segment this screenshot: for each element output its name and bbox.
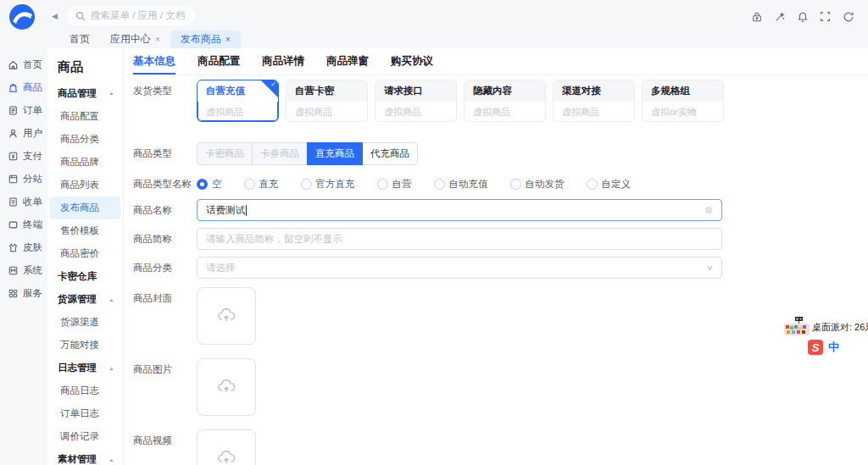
menu-item-product-brand[interactable]: 商品品牌 <box>47 151 123 174</box>
menu-item-price-adjust-log[interactable]: 调价记录 <box>47 425 123 448</box>
rail-item-home[interactable]: 首页 <box>0 53 47 76</box>
chevron-up-icon: ▲ <box>108 457 114 462</box>
product-name-input[interactable]: 话费测试 ⊗ <box>197 199 722 221</box>
sogou-logo-icon: S <box>808 340 823 355</box>
clear-input-icon[interactable]: ⊗ <box>704 205 713 215</box>
segment-direct-recharge-product[interactable]: 直充商品 <box>307 142 363 165</box>
segment-cardkey-product[interactable]: 卡密商品 <box>197 142 253 165</box>
rail-item-system[interactable]: 系统 <box>0 259 47 282</box>
rail-item-orders[interactable]: 订单 <box>0 99 47 122</box>
magic-wand-icon[interactable] <box>773 10 786 23</box>
menu-item-label: 售价模板 <box>60 224 99 237</box>
radio-dot <box>434 179 445 190</box>
home-icon <box>8 59 19 70</box>
search-icon <box>75 11 86 21</box>
rail-item-payment[interactable]: 支付 <box>0 145 47 168</box>
close-icon[interactable]: × <box>155 36 160 44</box>
menu-group-label: 日志管理 <box>58 362 97 374</box>
rail-item-services[interactable]: 服务 <box>0 282 47 305</box>
desktop-party-widget[interactable]: 桌面派对: 26只 <box>784 317 868 335</box>
rail-item-skin[interactable]: 皮肤 <box>0 236 47 259</box>
radio-self-operated[interactable]: 自营 <box>377 178 412 191</box>
card-subtitle: 虚拟商品 <box>198 102 278 122</box>
segment-voucher-product[interactable]: 卡券商品 <box>252 142 308 165</box>
radio-official-direct[interactable]: 官方直充 <box>301 178 355 191</box>
menu-group-log-management[interactable]: 日志管理 ▲ <box>47 357 123 379</box>
radio-empty[interactable]: 空 <box>197 178 222 191</box>
menu-item-price-template[interactable]: 售价模板 <box>47 219 123 242</box>
rail-item-products[interactable]: 商品 <box>0 76 47 99</box>
menu-group-material-management[interactable]: 素材管理 ▲ <box>47 448 123 465</box>
bell-icon[interactable] <box>796 10 809 23</box>
menu-group-supply-management[interactable]: 货源管理 ▲ <box>47 288 123 311</box>
cover-upload-box[interactable] <box>197 287 256 345</box>
video-upload-box[interactable] <box>197 429 256 465</box>
menu-item-product-config[interactable]: 商品配置 <box>47 105 123 128</box>
menu-item-product-list[interactable]: 商品列表 <box>47 174 123 197</box>
radio-dot <box>301 179 312 190</box>
fullscreen-icon[interactable] <box>819 10 832 23</box>
tab-product-details[interactable]: 商品详情 <box>262 48 304 75</box>
menu-item-supply-channel[interactable]: 货源渠道 <box>47 311 123 334</box>
delivery-card-self-recharge[interactable]: 自营充值 虚拟商品 ✓ <box>197 80 279 122</box>
menu-item-label: 商品密价 <box>60 247 99 260</box>
refresh-icon[interactable] <box>842 10 854 23</box>
pixel-pets-image <box>784 317 810 335</box>
delivery-card-request-api[interactable]: 请求接口 虚拟商品 <box>375 80 457 122</box>
delivery-card-channel-docking[interactable]: 渠道对接 虚拟商品 <box>553 80 635 122</box>
ime-mode-chinese: 中 <box>828 340 839 355</box>
menu-group-product-management[interactable]: 商品管理 ▲ <box>47 82 123 105</box>
menu-item-order-log[interactable]: 订单日志 <box>47 402 123 425</box>
tab-product-config[interactable]: 商品配置 <box>198 48 240 75</box>
field-label-type-name: 商品类型名称 <box>133 175 197 191</box>
rail-item-terminal[interactable]: 终端 <box>0 213 47 236</box>
lock-icon[interactable] <box>750 10 763 23</box>
radio-custom[interactable]: 自定义 <box>587 178 632 191</box>
menu-item-label: 发布商品 <box>60 202 99 214</box>
system-icon <box>8 265 19 276</box>
menu-item-product-category[interactable]: 商品分类 <box>47 128 123 151</box>
delivery-card-hidden-content[interactable]: 隐藏内容 虚拟商品 <box>464 80 546 122</box>
chevron-up-icon: ▲ <box>108 297 114 302</box>
category-select[interactable]: 请选择 ∨ <box>197 257 722 279</box>
menu-item-label: 万能对接 <box>60 339 99 352</box>
card-subtitle: 虚拟or实物 <box>643 102 723 122</box>
menu-item-product-secret-price[interactable]: 商品密价 <box>47 242 123 265</box>
tab-publish-product[interactable]: 发布商品 × <box>170 30 241 48</box>
menu-item-universal-docking[interactable]: 万能对接 <box>47 334 123 357</box>
tab-product-popup[interactable]: 商品弹窗 <box>326 48 369 75</box>
input-method-indicator[interactable]: S 中 <box>808 340 839 355</box>
global-search-input[interactable]: 搜索菜单 / 应用 / 文档 <box>66 6 195 25</box>
radio-label: 直充 <box>259 178 279 191</box>
segment-proxy-recharge-product[interactable]: 代充商品 <box>362 142 418 165</box>
radio-direct-recharge[interactable]: 直充 <box>244 178 279 191</box>
menu-item-product-log[interactable]: 商品日志 <box>47 379 123 402</box>
menu-title: 商品 <box>47 48 123 82</box>
short-name-input[interactable]: 请输入商品简称，留空则不显示 <box>197 228 722 250</box>
delivery-card-self-cardkey[interactable]: 自营卡密 虚拟商品 <box>286 80 368 122</box>
tab-home[interactable]: 首页 <box>59 30 100 48</box>
radio-auto-recharge[interactable]: 自动充值 <box>434 178 488 191</box>
delivery-card-multi-spec[interactable]: 多规格组 虚拟or实物 <box>642 80 724 122</box>
menu-item-publish-product[interactable]: 发布商品 <box>50 197 120 219</box>
card-title: 多规格组 <box>643 80 723 102</box>
images-upload-box[interactable] <box>197 358 256 416</box>
tab-purchase-agreement[interactable]: 购买协议 <box>391 48 433 75</box>
radio-label: 官方直充 <box>316 178 355 191</box>
chevron-down-icon: ∨ <box>706 263 714 272</box>
rail-item-users[interactable]: 用户 <box>0 122 47 145</box>
product-form: 发货类型 自营充值 虚拟商品 ✓ 自营卡密 虚拟商品 请求接口 虚拟商品 隐藏 <box>125 75 868 465</box>
product-type-segments: 卡密商品 卡券商品 直充商品 代充商品 <box>197 142 418 165</box>
sidebar-collapse-icon[interactable]: ◀ <box>52 11 58 21</box>
rail-item-substation[interactable]: 分站 <box>0 168 47 191</box>
field-label-delivery-type: 发货类型 <box>133 80 197 122</box>
close-icon[interactable]: × <box>225 36 231 44</box>
menu-item-label: 货源渠道 <box>60 316 99 329</box>
tab-basic-info[interactable]: 基本信息 <box>133 48 175 75</box>
secondary-sidebar: 商品 商品管理 ▲ 商品配置 商品分类 商品品牌 商品列表 发布商品 售价模板 … <box>47 48 124 465</box>
tab-app-center[interactable]: 应用中心 × <box>100 30 170 48</box>
radio-auto-delivery[interactable]: 自动发货 <box>510 178 565 191</box>
menu-group-card-warehouse[interactable]: 卡密仓库 <box>47 265 123 288</box>
rail-label: 系统 <box>23 264 42 277</box>
rail-item-receipts[interactable]: 收单 <box>0 191 47 213</box>
